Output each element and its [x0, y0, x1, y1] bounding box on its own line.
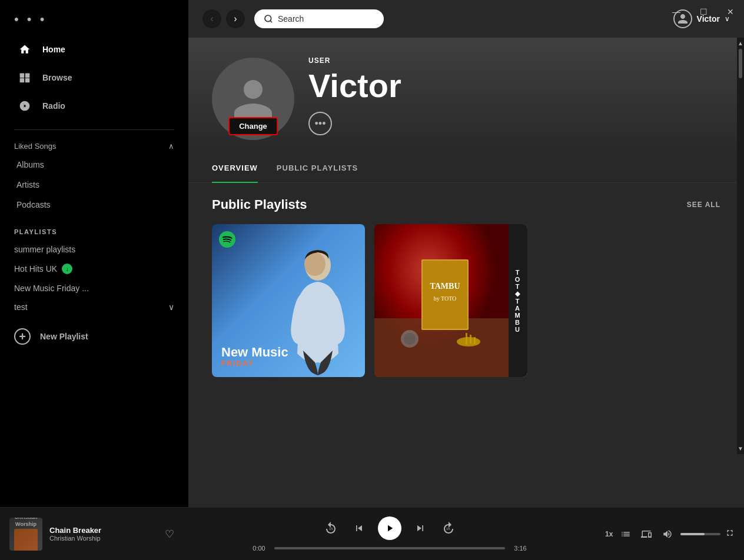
track-name: Chain Breaker: [49, 526, 158, 535]
previous-button[interactable]: [350, 519, 368, 538]
library-items: Albums Artists Podcasts: [14, 155, 174, 214]
volume-button[interactable]: [659, 525, 675, 544]
playlists-label: PLAYLISTS: [0, 219, 188, 240]
main-right: ‹ › Search Victor ∨: [188, 0, 744, 507]
see-all-button[interactable]: SEE ALL: [687, 201, 720, 209]
sidebar-top: • • • Home Browse: [0, 0, 188, 125]
total-time: 3:16: [510, 545, 531, 552]
toto-card-visual: TAMBU by TOTO T O: [374, 224, 527, 377]
playlist-item-summer[interactable]: summer playlists: [0, 240, 188, 259]
bottom-player: ChristianWorship Chain Breaker Christian…: [0, 507, 744, 560]
svg-rect-14: [474, 337, 476, 344]
right-scrollbar-track: ▲ ▼: [737, 38, 744, 454]
svg-text:15: 15: [329, 527, 333, 531]
tab-public-playlists[interactable]: PUBLIC PLAYLISTS: [277, 154, 358, 183]
playlist-card-nmf[interactable]: New Music FRIDAY: [212, 224, 365, 377]
play-pause-button[interactable]: [378, 516, 401, 540]
search-text: Search: [278, 14, 304, 24]
toto-book-art: TAMBU by TOTO: [374, 224, 509, 377]
toto-text-o1: O: [515, 276, 522, 283]
library-item-podcasts[interactable]: Podcasts: [14, 195, 174, 214]
profile-avatar-container: Change: [212, 58, 294, 140]
playlist-item-nmf[interactable]: New Music Friday ...: [0, 279, 188, 298]
next-button[interactable]: [411, 519, 430, 538]
playlist-item-hot-hits[interactable]: Hot Hits UK ↓: [0, 259, 188, 279]
sidebar-nav: Home Browse Radio: [14, 36, 174, 119]
svg-rect-16: [423, 261, 467, 329]
svg-text:by TOTO: by TOTO: [434, 295, 457, 302]
library-collapse-icon[interactable]: ∧: [168, 142, 174, 151]
sidebar-item-home[interactable]: Home: [14, 36, 174, 62]
top-area: • • • Home Browse: [0, 0, 744, 507]
svg-rect-0: [20, 74, 25, 78]
toto-text-m: M: [514, 312, 521, 319]
change-photo-button[interactable]: Change: [228, 117, 278, 135]
progress-bar-container: 0:00 3:16: [248, 545, 531, 552]
progress-bar[interactable]: [274, 547, 505, 549]
new-playlist-button[interactable]: + New Playlist: [0, 321, 188, 352]
tab-overview[interactable]: OVERVIEW: [212, 154, 258, 183]
svg-point-5: [265, 15, 271, 22]
library-item-albums[interactable]: Albums: [14, 155, 174, 174]
svg-rect-12: [466, 333, 467, 345]
playlist-item-test[interactable]: test ∨: [0, 298, 188, 316]
albums-label: Albums: [16, 160, 44, 169]
toto-text-b: B: [515, 319, 521, 326]
home-icon: [16, 41, 33, 58]
fullscreen-button[interactable]: [725, 528, 735, 539]
close-button[interactable]: ✕: [717, 0, 744, 24]
playlist-card-toto[interactable]: TAMBU by TOTO T O: [374, 224, 527, 377]
minimize-button[interactable]: —: [663, 0, 690, 24]
track-artist: Christian Worship: [49, 535, 158, 542]
sidebar-divider: [14, 129, 174, 130]
playlists-grid: New Music FRIDAY: [212, 224, 720, 377]
volume-bar[interactable]: [680, 533, 720, 535]
sidebar-item-browse[interactable]: Browse: [14, 65, 174, 91]
skip-forward-15-button[interactable]: 15: [439, 519, 458, 538]
right-controls: 1x: [605, 525, 735, 544]
control-buttons: 15 15: [321, 516, 458, 540]
sidebar-menu-dots[interactable]: • • •: [14, 12, 174, 27]
track-text: Chain Breaker Christian Worship: [49, 526, 158, 542]
maximize-button[interactable]: ☐: [690, 0, 717, 24]
nmf-subtitle: FRIDAY: [221, 359, 288, 368]
volume-fill: [680, 533, 705, 535]
library-header: Liked Songs ∧: [14, 139, 174, 151]
profile-type-label: USER: [308, 56, 720, 65]
public-playlists-header: Public Playlists SEE ALL: [212, 197, 720, 212]
track-thumbnail: ChristianWorship: [9, 518, 42, 551]
app-container: — ☐ ✕ • • • Home: [0, 0, 744, 560]
like-button[interactable]: ♡: [165, 528, 174, 541]
track-thumb-text: ChristianWorship: [13, 518, 39, 551]
scrollbar-up-button[interactable]: ▲: [738, 40, 743, 46]
nmf-title: New Music: [221, 345, 288, 359]
devices-button[interactable]: [639, 525, 655, 544]
svg-rect-2: [20, 78, 25, 83]
queue-button[interactable]: [617, 525, 633, 544]
current-time: 0:00: [248, 545, 270, 552]
svg-text:15: 15: [446, 527, 450, 531]
scrollbar-down-button[interactable]: ▼: [738, 445, 743, 452]
toto-cover-svg: TAMBU by TOTO: [374, 224, 509, 377]
skip-back-15-button[interactable]: 15: [321, 519, 340, 538]
browse-label: Browse: [42, 73, 72, 82]
podcasts-label: Podcasts: [16, 200, 51, 209]
liked-songs-label: Liked Songs: [14, 142, 57, 151]
scrollbar-thumb[interactable]: [739, 49, 742, 78]
toto-text-u: U: [515, 326, 521, 333]
search-bar[interactable]: Search: [254, 9, 384, 28]
speed-button[interactable]: 1x: [605, 530, 613, 538]
playlist-items: summer playlists Hot Hits UK ↓ New Music…: [0, 240, 188, 316]
forward-button[interactable]: ›: [226, 9, 245, 28]
topbar: ‹ › Search Victor ∨: [188, 0, 744, 38]
sidebar-item-radio[interactable]: Radio: [14, 93, 174, 119]
svg-rect-1: [25, 74, 30, 78]
profile-name: Victor: [308, 69, 720, 102]
sidebar: • • • Home Browse: [0, 0, 188, 507]
more-options-button[interactable]: •••: [308, 112, 332, 135]
back-button[interactable]: ‹: [202, 9, 221, 28]
library-item-artists[interactable]: Artists: [14, 175, 174, 194]
new-playlist-label: New Playlist: [40, 332, 88, 341]
test-label: test: [14, 302, 28, 312]
plus-icon: +: [14, 328, 31, 345]
